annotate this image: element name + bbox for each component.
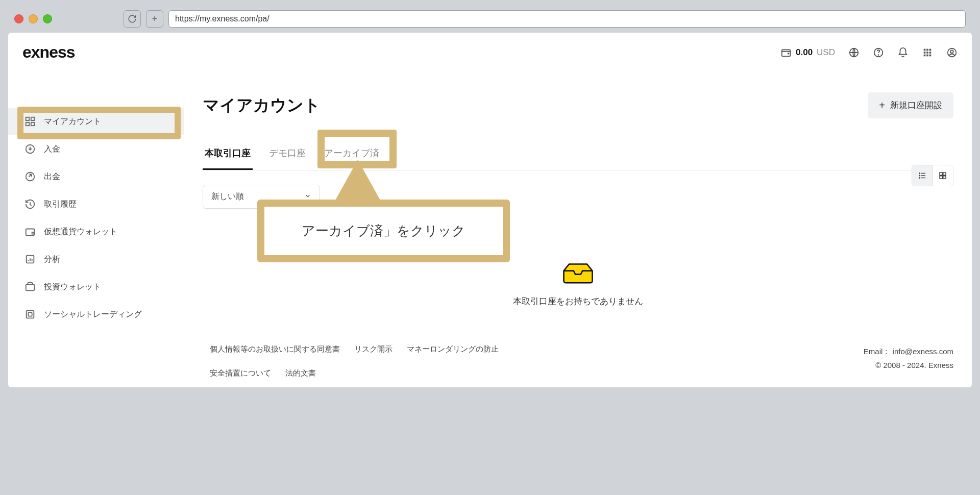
svg-rect-9 (926, 52, 928, 54)
new-tab-button[interactable]: + (146, 10, 163, 28)
balance-currency: USD (817, 47, 835, 58)
profile-icon[interactable] (946, 47, 958, 58)
svg-rect-33 (943, 176, 946, 179)
sidebar-item-label: 投資ウォレット (44, 282, 101, 292)
footer-links: 個人情報等のお取扱いに関する同意書 リスク開示 マネーロンダリングの防止 安全措… (210, 344, 567, 378)
svg-rect-30 (940, 172, 942, 175)
svg-rect-10 (929, 52, 932, 54)
footer-right: Email： info@exness.com © 2008 - 2024. Ex… (864, 344, 953, 378)
new-account-label: 新規口座開設 (890, 100, 942, 111)
top-header: exness 0.00 USD (8, 33, 972, 72)
minimize-window-icon[interactable] (29, 14, 38, 23)
sidebar-item-social-trading[interactable]: ソーシャルトレーディング (8, 301, 184, 328)
sidebar-item-crypto-wallet[interactable]: 仮想通貨ウォレット (8, 218, 184, 245)
help-icon[interactable] (873, 47, 884, 58)
crypto-wallet-icon (24, 226, 36, 237)
svg-rect-12 (926, 54, 928, 56)
sidebar-item-deposit[interactable]: 入金 (8, 135, 184, 163)
svg-rect-16 (26, 117, 29, 120)
callout-text: アーカイブ済」をクリック (302, 223, 465, 238)
browser-bar: + https://my.exness.com/pa/ (5, 5, 975, 33)
view-list-button[interactable] (912, 165, 933, 186)
sidebar-item-label: 入金 (44, 144, 60, 155)
sidebar-item-label: 出金 (44, 171, 60, 182)
annotation-pointer (332, 160, 383, 206)
logo: exness (22, 43, 75, 62)
reload-button[interactable] (124, 10, 141, 28)
footer-email-label: Email： (864, 347, 891, 356)
svg-rect-8 (924, 52, 926, 54)
sidebar-item-history[interactable]: 取引履歴 (8, 190, 184, 218)
sidebar-item-label: ソーシャルトレーディング (44, 309, 142, 320)
svg-point-27 (919, 173, 920, 174)
maximize-window-icon[interactable] (43, 14, 52, 23)
svg-point-29 (919, 178, 920, 179)
list-icon (918, 171, 927, 180)
address-text: https://my.exness.com/pa/ (175, 14, 270, 23)
tab-real[interactable]: 本取引口座 (203, 142, 253, 170)
svg-rect-18 (26, 122, 29, 126)
footer-link-legal[interactable]: 法的文書 (285, 368, 316, 378)
svg-rect-26 (28, 312, 32, 316)
apps-icon[interactable] (922, 47, 933, 58)
bell-icon[interactable] (897, 47, 909, 58)
traffic-lights (14, 14, 52, 23)
sidebar-item-analysis[interactable]: 分析 (8, 245, 184, 273)
sidebar-item-label: 取引履歴 (44, 199, 77, 210)
footer-link-risk[interactable]: リスク開示 (354, 344, 393, 354)
analysis-icon (24, 254, 36, 265)
svg-point-15 (950, 50, 953, 53)
svg-rect-32 (940, 176, 942, 179)
annotation-callout: アーカイブ済」をクリック (257, 200, 510, 262)
view-grid-button[interactable] (933, 165, 953, 186)
footer-link-aml[interactable]: マネーロンダリングの防止 (407, 344, 499, 354)
svg-rect-24 (26, 284, 35, 290)
svg-rect-25 (27, 311, 34, 318)
svg-rect-31 (943, 172, 946, 175)
inbox-icon (513, 261, 643, 287)
svg-rect-11 (924, 54, 926, 56)
sort-label: 新しい順 (211, 191, 244, 202)
tab-demo[interactable]: デモ口座 (267, 142, 308, 170)
svg-point-28 (919, 175, 920, 176)
globe-icon[interactable] (848, 47, 860, 58)
address-bar[interactable]: https://my.exness.com/pa/ (168, 10, 966, 28)
browser-window: + https://my.exness.com/pa/ exness 0.00 … (5, 5, 975, 390)
app-container: exness 0.00 USD (8, 33, 972, 387)
sidebar-item-label: 仮想通貨ウォレット (44, 227, 117, 237)
empty-state: 本取引口座をお持ちでありません (513, 261, 643, 307)
footer-email[interactable]: info@exness.com (893, 347, 953, 356)
svg-rect-7 (929, 48, 932, 51)
sidebar-item-withdraw[interactable]: 出金 (8, 163, 184, 190)
sidebar-item-label: マイアカウント (44, 116, 101, 127)
header-right: 0.00 USD (780, 47, 958, 58)
plus-icon: + (879, 100, 885, 111)
page-title: マイアカウント (203, 94, 321, 117)
sidebar-item-my-account[interactable]: マイアカウント (8, 108, 184, 135)
svg-rect-13 (929, 54, 932, 56)
close-window-icon[interactable] (14, 14, 23, 23)
footer-link-privacy[interactable]: 個人情報等のお取扱いに関する同意書 (210, 344, 340, 354)
svg-rect-17 (31, 117, 34, 120)
balance-amount: 0.00 (796, 47, 813, 58)
grid-icon (938, 171, 947, 180)
svg-rect-6 (926, 48, 928, 51)
view-toggle (912, 165, 953, 186)
svg-point-21 (26, 172, 35, 181)
empty-text: 本取引口座をお持ちでありません (513, 295, 643, 307)
sidebar-item-label: 分析 (44, 254, 60, 265)
page-head: マイアカウント + 新規口座開設 (203, 92, 953, 118)
svg-point-4 (878, 55, 879, 55)
balance[interactable]: 0.00 USD (780, 47, 835, 58)
social-trading-icon (24, 309, 36, 320)
footer: 個人情報等のお取扱いに関する同意書 リスク開示 マネーロンダリングの防止 安全措… (8, 335, 972, 387)
footer-copyright: © 2008 - 2024. Exness (864, 358, 953, 372)
deposit-icon (24, 143, 36, 155)
svg-rect-5 (924, 48, 926, 51)
new-account-button[interactable]: + 新規口座開設 (868, 92, 953, 118)
footer-link-safety[interactable]: 安全措置について (210, 368, 271, 378)
sidebar-item-invest-wallet[interactable]: 投資ウォレット (8, 273, 184, 301)
tabs: 本取引口座 デモ口座 アーカイブ済 (203, 142, 953, 170)
dashboard-icon (24, 116, 36, 127)
wallet-icon (780, 47, 792, 58)
